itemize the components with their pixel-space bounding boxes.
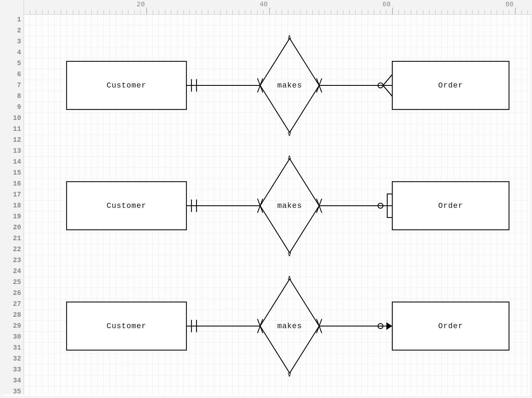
entity-label: Order (438, 322, 463, 330)
entity-label: Customer (106, 81, 146, 90)
row-label: 28 (0, 310, 21, 321)
row-label: 8 (0, 91, 21, 102)
row-label: 13 (0, 146, 21, 157)
svg-text:∧: ∧ (287, 154, 292, 162)
row-label: 17 (0, 189, 21, 200)
row-label: 7 (0, 80, 21, 91)
row-label: 3 (0, 36, 21, 47)
row-label: 15 (0, 167, 21, 178)
row-label: 16 (0, 178, 21, 189)
row-label: 33 (0, 364, 21, 375)
row-label: 6 (0, 69, 21, 80)
row-label: 34 (0, 375, 21, 386)
row-label: 22 (0, 244, 21, 255)
row-label: 10 (0, 113, 21, 124)
row-label: 2 (0, 25, 21, 36)
row-label: 1 (0, 14, 21, 25)
row-label: 14 (0, 157, 21, 167)
entity-label: Order (438, 202, 463, 210)
row-label: 23 (0, 255, 21, 266)
row-label: 21 (0, 233, 21, 244)
col-label: 40 (260, 1, 269, 8)
row-label: 29 (0, 321, 21, 332)
relationship-label: makes (277, 322, 302, 330)
ruler-corner (0, 0, 24, 14)
column-ruler: 20406080 (0, 0, 532, 15)
arrowhead-icon (386, 322, 392, 330)
svg-text:∨: ∨ (287, 371, 292, 379)
svg-line-127 (383, 85, 392, 96)
row-label: 30 (0, 332, 21, 342)
row-label: 11 (0, 124, 21, 135)
relationship-label: makes (277, 202, 302, 210)
svg-text:∧: ∧ (287, 274, 292, 282)
row-label: 20 (0, 222, 21, 233)
row-label: 5 (0, 58, 21, 69)
col-label: 20 (137, 1, 146, 8)
row-label: 35 (0, 386, 21, 397)
row-label: 9 (0, 102, 21, 113)
col-label: 80 (505, 1, 515, 8)
diagram-layer: CustomerOrdermakes∧∨CustomerOrdermakes∧∨… (24, 14, 529, 395)
row-label: 18 (0, 200, 21, 211)
row-label: 24 (0, 266, 21, 277)
app-frame: { "ruler": { "cols": [20, 40, 60, 80], "… (0, 0, 532, 398)
row-label: 19 (0, 211, 21, 222)
row-label: 25 (0, 277, 21, 288)
row-label: 27 (0, 299, 21, 310)
row-label: 12 (0, 135, 21, 146)
svg-text:∨: ∨ (287, 130, 292, 138)
row-label: 4 (0, 47, 21, 58)
col-label: 60 (383, 1, 392, 8)
row-label: 26 (0, 288, 21, 299)
svg-text:∧: ∧ (287, 34, 292, 41)
row-ruler: 1234567891011121314151617181920212223242… (0, 14, 24, 395)
row-label: 31 (0, 342, 21, 353)
svg-line-125 (383, 74, 392, 85)
entity-label: Customer (106, 322, 146, 330)
diagram-canvas[interactable]: CustomerOrdermakes∧∨CustomerOrdermakes∧∨… (24, 14, 529, 395)
svg-text:∨: ∨ (287, 251, 292, 258)
entity-label: Order (438, 81, 463, 90)
row-label: 32 (0, 353, 21, 364)
entity-label: Customer (106, 202, 146, 210)
relationship-label: makes (277, 81, 302, 90)
